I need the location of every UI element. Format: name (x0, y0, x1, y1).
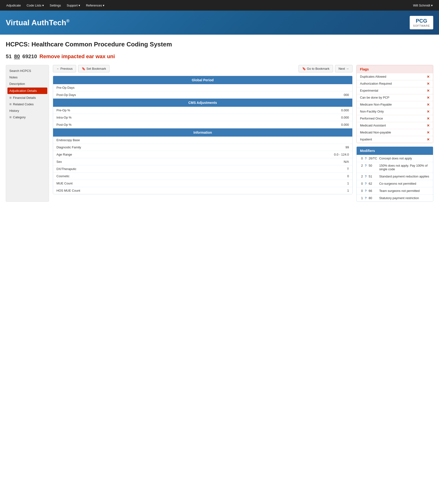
endoscopy-base-row: Endoscopy Base (53, 137, 352, 144)
mod-num-1: 0 (359, 156, 363, 160)
code-prefix: 51 (6, 53, 12, 60)
flag-medicaid-nonpay-x: ✕ (427, 130, 430, 134)
nav-code-lists[interactable]: Code Lists ▾ (24, 3, 46, 8)
sidebar-item-search-hcpcs[interactable]: Search HCPCS (6, 68, 49, 74)
mod-desc-2: 150% does not apply. Pay 100% of single … (379, 164, 431, 171)
sidebar-item-notes[interactable]: Notes (6, 74, 49, 80)
postop-pct-value: 0.000 (341, 123, 349, 127)
mod-num-5: 0 (359, 189, 363, 193)
pcg-line2: SOFTWARE (413, 24, 430, 27)
mod-q-3[interactable]: ? (365, 175, 367, 178)
postop-pct-row: Post-Op % 0.000 (53, 121, 352, 129)
global-period-section: Global Period Pre-Op Days Post-Op Days 0… (53, 76, 353, 194)
mue-count-value: 1 (347, 181, 349, 185)
nav-references[interactable]: References ▾ (84, 3, 107, 8)
flag-duplicates-label: Duplicates Allowed (360, 75, 386, 78)
mod-code-4: 62 (369, 182, 377, 185)
flag-inpatient-x: ✕ (427, 138, 430, 141)
brand-name: Virtual AuthTech (6, 18, 66, 27)
mod-desc-3: Standard payment reduction applies (379, 175, 431, 178)
postop-days-value: 000 (344, 93, 349, 97)
global-period-postop-row: Post-Op Days 000 (53, 91, 352, 99)
nav-settings[interactable]: Settings (47, 3, 63, 8)
sidebar-item-description[interactable]: Description (6, 80, 49, 87)
nav-support[interactable]: Support ▾ (64, 3, 83, 8)
flag-inpatient: Inpatient ✕ (357, 136, 433, 143)
pcg-logo: PCG SOFTWARE (410, 16, 433, 29)
flag-medicaid-assist-x: ✕ (427, 124, 430, 128)
flag-experimental-label: Experimental (360, 89, 378, 92)
information-header: Information (53, 129, 352, 137)
expand-icon-related: ⊞ (9, 103, 12, 106)
mod-q-2[interactable]: ? (365, 164, 367, 167)
previous-button[interactable]: ← Previous (53, 65, 76, 72)
hos-mue-count-label: HOS MUE Count (56, 189, 80, 192)
dx-theraputic-value: T (347, 167, 349, 171)
flags-box: Flags Duplicates Allowed ✕ Authorization… (356, 65, 433, 143)
age-range-label: Age Range (56, 153, 72, 156)
modifier-26tc: 0 ? 26/TC Concept does not apply (357, 155, 433, 162)
code-desc: Remove impacted ear wax uni (39, 53, 115, 60)
expand-icon-category: ⊞ (9, 116, 12, 119)
set-bookmark-button[interactable]: 🔖 Set Bookmark (78, 65, 110, 72)
flag-medicare-non-payable: Medicare Non-Payable ✕ (357, 101, 433, 108)
postop-pct-label: Post-Op % (56, 123, 72, 127)
modifier-62: 0 ? 62 Co-surgeons not permitted (357, 180, 433, 187)
modifier-50: 2 ? 50 150% does not apply. Pay 100% of … (357, 162, 433, 173)
nav-user[interactable]: Will Schmidt ▾ (411, 3, 435, 8)
top-nav: Adjudicate Code Lists ▾ Settings Support… (0, 0, 439, 11)
mod-code-1: 26/TC (369, 156, 377, 160)
mod-q-6[interactable]: ? (365, 196, 367, 200)
brand-title: Virtual AuthTech® (6, 18, 69, 27)
mod-q-5[interactable]: ? (365, 189, 367, 193)
nav-left: Adjudicate Code Lists ▾ Settings Support… (4, 3, 107, 8)
flag-pcp-x: ✕ (427, 96, 430, 100)
mue-count-row: MUE Count 1 (53, 180, 352, 187)
flag-medicare-x: ✕ (427, 103, 430, 106)
endoscopy-base-label: Endoscopy Base (56, 138, 80, 142)
preop-days-label: Pre-Op Days (56, 86, 74, 90)
center-panel: ← Previous 🔖 Set Bookmark 🔖 Go to Bookma… (53, 65, 353, 202)
sex-label: Sex (56, 160, 62, 164)
nav-adjudicate[interactable]: Adjudicate (4, 3, 23, 8)
sidebar-item-financial-details[interactable]: ⊞ Financial Details (6, 94, 49, 101)
flag-auth-x: ✕ (427, 82, 430, 86)
sidebar-item-related-codes[interactable]: ⊞ Related Codes (6, 101, 49, 107)
sidebar-item-history[interactable]: History (6, 107, 49, 114)
intraop-pct-row: Intra-Op % 0.000 (53, 114, 352, 121)
mod-code-5: 66 (369, 189, 377, 193)
flag-auth-label: Authorization Required (360, 82, 392, 85)
flag-pcp-label: Can be done by PCP (360, 96, 389, 99)
cosmetic-label: Cosmetic (56, 174, 69, 178)
page-heading: HCPCS: Healthcare Common Procedure Codin… (6, 40, 433, 49)
flag-facility-x: ✕ (427, 110, 430, 114)
code-id: 69210 (22, 53, 37, 60)
cms-adjustments-header: CMS Adjustments (53, 99, 352, 107)
nav-user-link[interactable]: Will Schmidt ▾ (411, 3, 435, 8)
modifier-80: 1 ? 80 Statutory payment restriction (357, 194, 433, 202)
age-range-row: Age Range 0.0 - 124.0 (53, 151, 352, 158)
mod-q-1[interactable]: ? (365, 156, 367, 160)
flag-experimental-x: ✕ (427, 89, 430, 92)
next-button[interactable]: Next → (335, 65, 353, 72)
code-line: 51 80 69210 Remove impacted ear wax uni (6, 53, 433, 60)
flag-performed-x: ✕ (427, 117, 430, 120)
pcg-line1: PCG (413, 18, 430, 24)
flag-medicare-label: Medicare Non-Payable (360, 103, 392, 106)
dx-theraputic-label: DX/Theraputic (56, 167, 76, 171)
diagnostic-family-value: 99 (346, 145, 349, 149)
modifier-66: 0 ? 66 Team surgeons not permitted (357, 187, 433, 194)
mod-q-4[interactable]: ? (365, 182, 367, 185)
flag-medicaid-nonpay-label: Medicaid Non-payable (360, 130, 391, 134)
mod-desc-6: Statutory payment restriction (379, 196, 431, 200)
mod-code-6: 80 (369, 196, 377, 200)
mod-num-4: 0 (359, 182, 363, 185)
global-period-header: Global Period (53, 76, 352, 84)
preop-pct-value: 0.000 (341, 108, 349, 112)
flag-experimental: Experimental ✕ (357, 87, 433, 94)
flag-medicaid-assist-label: Medicaid Assistant (360, 124, 386, 127)
go-to-bookmark-button[interactable]: 🔖 Go to Bookmark (299, 65, 333, 72)
sidebar-item-adjudication-details[interactable]: Adjudication Details (7, 88, 47, 94)
flag-duplicates-x: ✕ (427, 75, 430, 79)
sidebar-item-category[interactable]: ⊞ Category (6, 114, 49, 120)
